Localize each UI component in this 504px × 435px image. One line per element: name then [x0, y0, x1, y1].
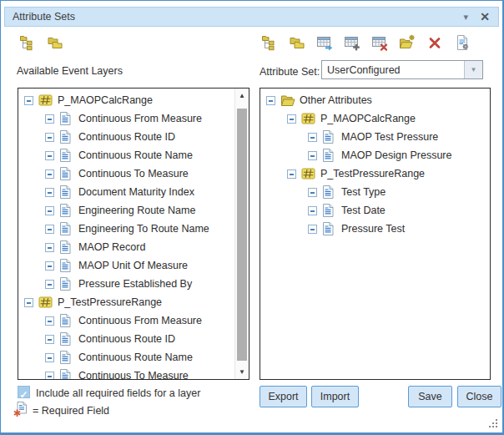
attribute-set-value: UserConfigured	[322, 61, 464, 78]
attribute-set-panel: Other AttributesP_MAOPCalcRangeMAOP Test…	[260, 88, 491, 380]
collapse-minus-icon[interactable]	[45, 151, 54, 160]
tree-item-label: P_TestPressureRange	[320, 168, 425, 180]
tree-item-label: MAOP Test Pressure	[341, 131, 438, 143]
checkmark-icon: ✓	[19, 389, 28, 401]
tree-expand-icon[interactable]	[19, 34, 36, 51]
tree-item[interactable]: Continuous Route ID	[18, 330, 234, 348]
tree-item[interactable]: P_MAOPCalcRange	[260, 109, 490, 128]
doc-icon	[59, 204, 74, 217]
document-gear-icon[interactable]	[454, 34, 471, 51]
tree-item[interactable]: P_TestPressureRange	[18, 293, 234, 311]
tree-item-label: MAOP Unit Of Measure	[78, 260, 188, 271]
tree-item[interactable]: Continuous To Measure	[18, 367, 234, 380]
collapse-minus-icon[interactable]	[45, 280, 54, 289]
export-button[interactable]: Export	[260, 386, 307, 407]
required-field-icon	[13, 402, 28, 420]
dropdown-arrow-icon[interactable]: ▼	[464, 61, 482, 78]
collapse-minus-icon[interactable]	[45, 243, 54, 252]
doc-icon	[59, 351, 74, 364]
tree-item[interactable]: Continuous From Measure	[18, 109, 234, 128]
table-remove-icon[interactable]	[371, 34, 388, 51]
resize-grip-icon[interactable]	[488, 418, 498, 428]
tree-item[interactable]: Continuous Route Name	[18, 348, 234, 367]
folders-collapse-icon[interactable]	[47, 34, 63, 51]
tree-item[interactable]: Other Attributes	[260, 91, 490, 109]
collapse-minus-icon[interactable]	[308, 133, 317, 142]
collapse-minus-icon[interactable]	[308, 206, 317, 215]
tree-item-label: Pressure Established By	[78, 278, 192, 290]
tree-expand-icon[interactable]	[261, 34, 278, 51]
tree-item[interactable]: Test Type	[260, 183, 490, 201]
tree-item-label: Continuous Route ID	[78, 131, 175, 143]
table-arrow-icon[interactable]	[316, 34, 333, 51]
tree-item[interactable]: Engineering Route Name	[18, 201, 234, 220]
tree-item[interactable]: Continuous Route Name	[18, 146, 234, 164]
collapse-minus-icon[interactable]	[45, 372, 54, 381]
available-event-layers-panel: P_MAOPCalcRangeContinuous From MeasureCo…	[18, 88, 249, 380]
tree-item[interactable]: MAOP Record	[18, 238, 234, 256]
collapse-minus-icon[interactable]	[45, 133, 54, 142]
tree-item[interactable]: MAOP Test Pressure	[260, 128, 490, 146]
collapse-minus-icon[interactable]	[308, 188, 317, 197]
doc-icon	[59, 222, 74, 235]
event-table-icon	[38, 94, 53, 107]
collapse-minus-icon[interactable]	[45, 261, 54, 271]
doc-icon	[322, 149, 337, 162]
tree-item[interactable]: Continuous Route ID	[18, 128, 234, 146]
tree-item[interactable]: P_TestPressureRange	[260, 164, 490, 183]
folders-collapse-icon[interactable]	[289, 34, 305, 51]
tree-item[interactable]: Pressure Test	[260, 220, 490, 238]
tree-item-label: Engineering Route Name	[78, 205, 195, 216]
collapse-minus-icon[interactable]	[45, 353, 54, 362]
collapse-minus-icon[interactable]	[45, 114, 54, 124]
left-tree-scrollbar[interactable]: ▲ ▼	[234, 89, 249, 379]
tree-item[interactable]: MAOP Design Pressure	[260, 146, 490, 164]
close-icon[interactable]: ✕	[480, 10, 490, 23]
tree-item-label: P_MAOPCalcRange	[320, 113, 416, 124]
tree-item-label: Continuous To Measure	[78, 370, 189, 380]
tree-item-label: MAOP Record	[78, 241, 145, 253]
tree-item[interactable]: Pressure Established By	[18, 275, 234, 293]
event-table-icon	[38, 296, 53, 309]
tree-item-label: Continuous Route Name	[78, 149, 193, 161]
scrollbar-thumb[interactable]	[237, 109, 247, 361]
tree-item-label: Continuous Route Name	[78, 352, 193, 363]
tree-item-label: Test Type	[341, 186, 386, 198]
collapse-minus-icon[interactable]	[266, 96, 275, 105]
collapse-minus-icon[interactable]	[45, 206, 54, 215]
tree-item[interactable]: Continuous From Measure	[18, 311, 234, 330]
include-required-fields-checkbox[interactable]: ✓	[18, 386, 30, 398]
collapse-minus-icon[interactable]	[287, 169, 296, 179]
tree-item[interactable]: Continuous To Measure	[18, 164, 234, 183]
import-button[interactable]: Import	[311, 386, 359, 407]
window-menu-icon[interactable]: ▾	[463, 13, 468, 22]
table-add-icon[interactable]	[344, 34, 360, 51]
collapse-minus-icon[interactable]	[24, 298, 33, 307]
collapse-minus-icon[interactable]	[308, 151, 317, 160]
collapse-minus-icon[interactable]	[45, 225, 54, 234]
collapse-minus-icon[interactable]	[45, 188, 54, 197]
scroll-down-icon[interactable]: ▼	[235, 365, 249, 379]
titlebar[interactable]: Attribute Sets ▾ ✕	[4, 7, 499, 27]
doc-icon	[59, 149, 74, 162]
left-toolbar	[19, 34, 63, 51]
tree-item[interactable]: MAOP Unit Of Measure	[18, 256, 234, 275]
collapse-minus-icon[interactable]	[45, 169, 54, 179]
doc-icon	[322, 204, 337, 217]
attribute-set-dropdown[interactable]: UserConfigured ▼	[321, 60, 483, 79]
collapse-minus-icon[interactable]	[308, 225, 317, 234]
collapse-minus-icon[interactable]	[45, 335, 54, 344]
tree-item[interactable]: Test Date	[260, 201, 490, 220]
tree-item-label: Pressure Test	[341, 223, 405, 235]
collapse-minus-icon[interactable]	[24, 96, 33, 105]
collapse-minus-icon[interactable]	[287, 114, 296, 124]
tree-item[interactable]: Engineering To Route Name	[18, 220, 234, 238]
close-button[interactable]: Close	[457, 386, 501, 407]
collapse-minus-icon[interactable]	[45, 316, 54, 326]
folder-gear-icon[interactable]	[399, 34, 416, 51]
tree-item[interactable]: Document Maturity Index	[18, 183, 234, 201]
scroll-up-icon[interactable]: ▲	[235, 89, 249, 103]
save-button[interactable]: Save	[408, 386, 452, 407]
delete-red-x-icon[interactable]	[426, 34, 443, 51]
tree-item[interactable]: P_MAOPCalcRange	[18, 91, 234, 109]
